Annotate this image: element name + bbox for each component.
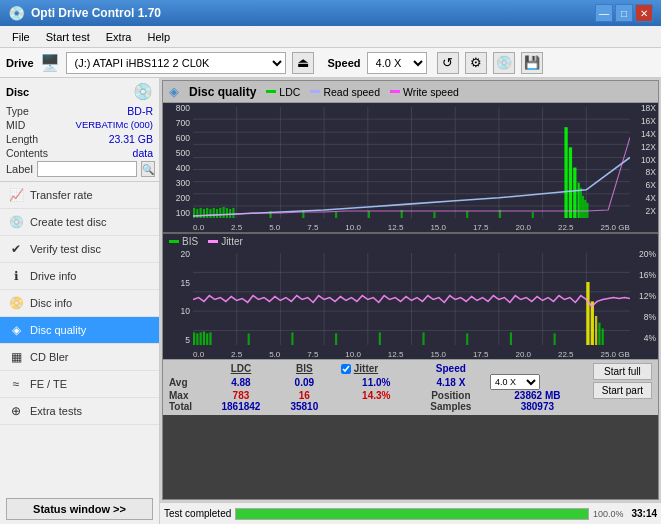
nav-cd-bler[interactable]: ▦ CD Bler bbox=[0, 344, 159, 371]
avg-spacer bbox=[331, 374, 341, 390]
avg-ldc: 4.88 bbox=[204, 374, 278, 390]
max-ldc: 783 bbox=[204, 390, 278, 401]
svg-rect-67 bbox=[291, 332, 293, 345]
charts-wrapper: 800700600500400300200100 18X16X14X12X10X… bbox=[163, 103, 658, 499]
maximize-button[interactable]: □ bbox=[615, 4, 633, 22]
extra-tests-icon: ⊕ bbox=[8, 403, 24, 419]
nav-drive-info[interactable]: ℹ Drive info bbox=[0, 263, 159, 290]
nav-transfer-rate-label: Transfer rate bbox=[30, 189, 93, 201]
menu-extra[interactable]: Extra bbox=[98, 29, 140, 45]
max-bis: 16 bbox=[278, 390, 331, 401]
lower-chart-svg bbox=[193, 253, 630, 345]
save-button[interactable]: 💾 bbox=[521, 52, 543, 74]
svg-rect-64 bbox=[206, 333, 208, 345]
bis-color-dot bbox=[169, 240, 179, 243]
avg-speed-select-cell: 4.0 X bbox=[490, 374, 585, 390]
progress-percent: 100.0% bbox=[593, 509, 624, 519]
svg-rect-69 bbox=[379, 332, 381, 345]
speed-select[interactable]: 4.0 X bbox=[367, 52, 427, 74]
nav-disc-quality[interactable]: ◈ Disc quality bbox=[0, 317, 159, 344]
menu-file[interactable]: File bbox=[4, 29, 38, 45]
stats-empty bbox=[169, 363, 204, 374]
label-button[interactable]: 🔍 bbox=[141, 161, 155, 177]
svg-rect-30 bbox=[564, 127, 567, 218]
svg-rect-21 bbox=[206, 208, 208, 218]
lower-chart: 2015105 20%16%12%8%4% bbox=[163, 249, 658, 359]
stats-header-row: LDC BIS Jitter Speed bbox=[169, 363, 585, 374]
svg-rect-77 bbox=[598, 323, 600, 345]
max-spacer bbox=[331, 390, 341, 401]
close-button[interactable]: ✕ bbox=[635, 4, 653, 22]
svg-rect-22 bbox=[209, 209, 211, 218]
disc-length-row: Length 23.31 GB bbox=[6, 133, 153, 145]
menu-start-test[interactable]: Start test bbox=[38, 29, 98, 45]
menu-help[interactable]: Help bbox=[139, 29, 178, 45]
refresh-button[interactable]: ↺ bbox=[437, 52, 459, 74]
svg-rect-78 bbox=[602, 329, 604, 345]
start-part-button[interactable]: Start part bbox=[593, 382, 652, 399]
sidebar: Disc 💿 Type BD-R MID VERBATIMc (000) Len… bbox=[0, 78, 160, 524]
nav-disc-info-label: Disc info bbox=[30, 297, 72, 309]
ldc-label: LDC bbox=[279, 86, 300, 98]
nav-create-test-disc[interactable]: 💿 Create test disc bbox=[0, 209, 159, 236]
disc-button[interactable]: 💿 bbox=[493, 52, 515, 74]
minimize-button[interactable]: — bbox=[595, 4, 613, 22]
jitter-color-dot bbox=[208, 240, 218, 243]
type-label: Type bbox=[6, 105, 29, 117]
eject-button[interactable]: ⏏ bbox=[292, 52, 314, 74]
svg-rect-65 bbox=[209, 332, 211, 345]
lower-y-axis-right: 20%16%12%8%4% bbox=[628, 249, 656, 343]
progress-bar-inner bbox=[236, 509, 588, 519]
menu-bar: File Start test Extra Help bbox=[0, 26, 661, 48]
nav-transfer-rate[interactable]: 📈 Transfer rate bbox=[0, 182, 159, 209]
main-area: Disc 💿 Type BD-R MID VERBATIMc (000) Len… bbox=[0, 78, 661, 524]
nav-disc-quality-label: Disc quality bbox=[30, 324, 86, 336]
svg-rect-18 bbox=[196, 209, 198, 218]
svg-rect-19 bbox=[200, 208, 202, 218]
svg-rect-20 bbox=[203, 209, 205, 218]
speed-select-stats[interactable]: 4.0 X bbox=[490, 374, 540, 390]
drive-label: Drive bbox=[6, 57, 34, 69]
length-label: Length bbox=[6, 133, 38, 145]
settings-button[interactable]: ⚙ bbox=[465, 52, 487, 74]
status-time: 33:14 bbox=[631, 508, 657, 519]
speed-col-header: Speed bbox=[412, 363, 490, 374]
svg-rect-25 bbox=[219, 208, 221, 218]
max-row: Max 783 16 14.3% Position 23862 MB bbox=[169, 390, 585, 401]
nav-extra-tests[interactable]: ⊕ Extra tests bbox=[0, 398, 159, 425]
bis-legend-label: BIS bbox=[182, 236, 198, 247]
label-input[interactable] bbox=[37, 161, 137, 177]
nav-verify-test-disc[interactable]: ✔ Verify test disc bbox=[0, 236, 159, 263]
nav-cd-bler-label: CD Bler bbox=[30, 351, 69, 363]
status-window-button[interactable]: Status window >> bbox=[6, 498, 153, 520]
stats-section: LDC BIS Jitter Speed bbox=[163, 359, 658, 415]
drive-select[interactable]: (J:) ATAPI iHBS112 2 CL0K bbox=[66, 52, 286, 74]
avg-speed: 4.18 X bbox=[412, 374, 490, 390]
disc-label-row: Label 🔍 bbox=[6, 161, 153, 177]
start-full-button[interactable]: Start full bbox=[593, 363, 652, 380]
upper-grid-v bbox=[237, 107, 587, 218]
svg-rect-70 bbox=[422, 332, 424, 345]
ldc-col-header: LDC bbox=[204, 363, 278, 374]
app-icon: 💿 bbox=[8, 5, 25, 21]
status-text: Test completed bbox=[164, 508, 231, 519]
upper-chart: 800700600500400300200100 18X16X14X12X10X… bbox=[163, 103, 658, 233]
bis-col-header: BIS bbox=[278, 363, 331, 374]
nav-fe-te[interactable]: ≈ FE / TE bbox=[0, 371, 159, 398]
svg-rect-26 bbox=[222, 207, 224, 218]
svg-rect-31 bbox=[569, 147, 572, 218]
window-controls: — □ ✕ bbox=[595, 4, 653, 22]
title-bar-left: 💿 Opti Drive Control 1.70 bbox=[8, 5, 161, 21]
jitter-checkbox[interactable] bbox=[341, 364, 351, 374]
nav-disc-info[interactable]: 📀 Disc info bbox=[0, 290, 159, 317]
disc-section-title: Disc bbox=[6, 86, 29, 98]
upper-y-axis-left: 800700600500400300200100 bbox=[163, 103, 193, 218]
svg-rect-73 bbox=[554, 333, 556, 345]
total-ldc: 1861842 bbox=[204, 401, 278, 412]
ldc-color-dot bbox=[266, 90, 276, 93]
disc-type-row: Type BD-R bbox=[6, 105, 153, 117]
avg-jitter: 11.0% bbox=[341, 374, 412, 390]
nav-items: 📈 Transfer rate 💿 Create test disc ✔ Ver… bbox=[0, 182, 159, 494]
jitter-checkbox-area: Jitter bbox=[341, 363, 412, 374]
drive-bar: Drive 🖥️ (J:) ATAPI iHBS112 2 CL0K ⏏ Spe… bbox=[0, 48, 661, 78]
